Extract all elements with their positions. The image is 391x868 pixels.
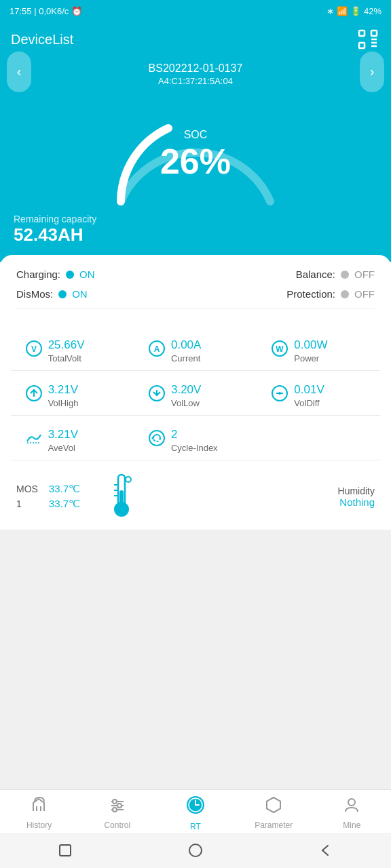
watt-icon: W (271, 340, 288, 361)
svg-rect-0 (359, 31, 365, 36)
voldiff-value: 0.01V (294, 383, 324, 397)
svg-text:A: A (154, 344, 160, 354)
svg-point-34 (113, 800, 117, 804)
metric-cycle: 2 Cycle-Index (148, 428, 243, 453)
remaining-label: Remaining capacity (14, 214, 377, 224)
svg-marker-41 (267, 797, 280, 812)
android-nav-bar (0, 833, 391, 868)
dismos-dot (58, 290, 67, 298)
volhigh-value: 3.21V (48, 383, 79, 397)
rt-icon (185, 795, 206, 819)
current-label: Current (171, 353, 201, 363)
history-icon (31, 796, 48, 818)
svg-point-24 (115, 502, 128, 516)
volhigh-label: VolHigh (48, 398, 79, 408)
metrics-section: V 25.66V TotalVolt A 0.00A Current (0, 326, 391, 460)
balance-label: Balance: (296, 269, 335, 280)
dismos-state: ON (72, 288, 88, 300)
svg-rect-43 (60, 845, 71, 856)
cell-value: 33.7℃ (49, 498, 80, 510)
nav-control[interactable]: Control (90, 796, 145, 830)
gauge-label: SOC (160, 129, 231, 141)
mine-icon (343, 796, 360, 818)
thermometer-container (105, 471, 138, 521)
nav-history[interactable]: History (12, 796, 67, 830)
svg-rect-1 (371, 31, 377, 36)
vollow-label: VolLow (171, 398, 201, 408)
charging-state: ON (79, 269, 95, 280)
nav-mine[interactable]: Mine (324, 796, 379, 830)
remaining-value: 52.43AH (14, 224, 377, 245)
temp-row: MOS 33.7℃ 1 33.7℃ Humidity Nothing (16, 471, 375, 521)
svg-rect-2 (359, 43, 365, 48)
dismos-label: DisMos: (16, 288, 53, 300)
balance-dot (341, 271, 349, 279)
svg-text:W: W (276, 344, 284, 354)
metric-avevol: 3.21V AveVol (25, 428, 120, 453)
remaining-area: Remaining capacity 52.43AH (0, 208, 391, 262)
vollow-icon (148, 384, 166, 406)
device-header: ‹ BS202212-01-0137 A4:C1:37:21:5A:04 › (0, 57, 391, 86)
avevol-label: AveVol (48, 443, 78, 453)
cycle-value: 2 (171, 428, 218, 441)
svg-point-18 (278, 392, 281, 395)
svg-point-36 (113, 808, 117, 812)
device-name: BS202212-01-0137 (0, 62, 391, 75)
history-label: History (26, 821, 52, 830)
svg-point-42 (348, 799, 355, 806)
protection-dot (341, 290, 349, 298)
next-device-button[interactable]: › (360, 52, 384, 92)
svg-text:V: V (31, 344, 37, 354)
protection-label: Protection: (286, 288, 335, 300)
soc-gauge: SOC 26% (100, 100, 291, 208)
gauge-value: 26% (160, 144, 231, 179)
charging-label: Charging: (16, 269, 60, 280)
status-bar: 17:55 | 0,0K6/c ⏰ ∗ 📶 🔋 42% (0, 0, 391, 22)
totalvolt-label: TotalVolt (48, 353, 85, 363)
dismos-status: DisMos: ON (16, 288, 88, 300)
android-home-button[interactable] (179, 838, 212, 863)
metrics-group-3: 3.21V AveVol 2 Cycle-Index (11, 416, 380, 460)
prev-device-button[interactable]: ‹ (7, 52, 31, 92)
nav-rt[interactable]: RT (168, 795, 223, 831)
android-back-button[interactable] (310, 838, 342, 863)
balance-state: OFF (354, 269, 375, 280)
balance-status: Balance: OFF (296, 269, 375, 280)
metrics-group-2: 3.21V VolHigh 3.20V VolLow (11, 371, 380, 415)
status-row-1: Charging: ON Balance: OFF (16, 269, 375, 280)
humidity-value: Nothing (339, 496, 375, 508)
scan-button[interactable] (356, 27, 380, 52)
metric-voldiff: 0.01V VolDiff (271, 383, 366, 408)
bottom-nav: History Control RT (0, 789, 391, 833)
protection-state: OFF (354, 288, 375, 300)
status-panel: Charging: ON Balance: OFF DisMos: ON Pro… (0, 255, 391, 326)
svg-marker-21 (151, 436, 153, 440)
top-bar: DeviceList (0, 22, 391, 57)
power-label: Power (294, 353, 327, 363)
volhigh-icon (25, 384, 43, 406)
svg-point-44 (189, 844, 202, 856)
status-time-data: 17:55 | 0,0K6/c ⏰ (10, 6, 82, 16)
charging-status: Charging: ON (16, 269, 95, 280)
metric-current: A 0.00A Current (148, 338, 243, 363)
metric-power: W 0.00W Power (271, 338, 366, 363)
humidity-label: Humidity (338, 486, 375, 496)
temperature-section: MOS 33.7℃ 1 33.7℃ Humidity Nothing (0, 460, 391, 530)
protection-status: Protection: OFF (286, 288, 375, 300)
bluetooth-icon: ∗ (327, 6, 334, 16)
status-row-2: DisMos: ON Protection: OFF (16, 288, 375, 300)
control-label: Control (104, 821, 130, 830)
avevol-value: 3.21V (48, 428, 78, 441)
android-recent-button[interactable] (49, 838, 81, 863)
mos-value: 33.7℃ (49, 483, 80, 495)
divider-1 (16, 308, 375, 309)
svg-point-35 (117, 804, 122, 808)
cell-label: 1 (16, 498, 43, 509)
amp-icon: A (148, 340, 166, 361)
gauge-text: SOC 26% (160, 129, 231, 179)
power-value: 0.00W (294, 338, 327, 352)
nav-parameter[interactable]: Parameter (246, 796, 301, 830)
metrics-group-1: V 25.66V TotalVolt A 0.00A Current (11, 326, 380, 370)
device-mac: A4:C1:37:21:5A:04 (0, 76, 391, 86)
metric-vollow: 3.20V VolLow (148, 383, 243, 408)
